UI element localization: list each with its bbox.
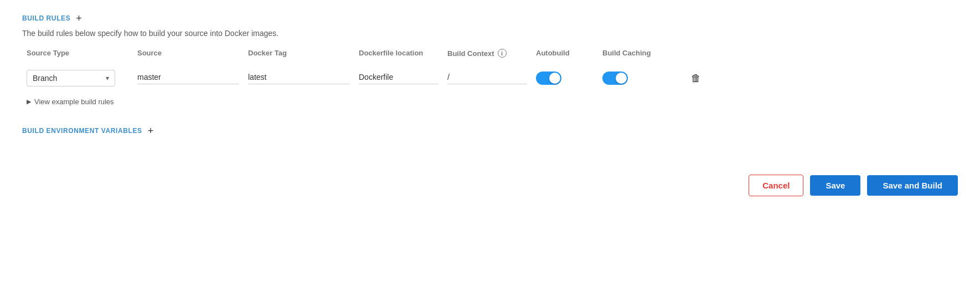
cell-docker-tag: latest <box>244 73 354 84</box>
dockerfile-location-input[interactable]: Dockerfile <box>359 73 439 84</box>
cell-build-caching <box>598 72 687 85</box>
col-header-build-caching: Build Caching <box>598 49 687 58</box>
delete-row-button[interactable]: 🗑 <box>691 73 701 84</box>
add-build-rule-button[interactable]: + <box>76 13 82 23</box>
col-header-actions <box>687 49 720 58</box>
build-context-input[interactable]: / <box>447 73 527 84</box>
footer-buttons: Cancel Save Save and Build <box>22 158 958 207</box>
env-vars-section-header: BUILD ENVIRONMENT VARIABLES + <box>22 126 958 136</box>
view-example-container: ▶ View example build rules <box>27 98 958 106</box>
source-type-value: Branch <box>33 74 57 83</box>
chevron-right-icon: ▶ <box>27 98 31 105</box>
build-context-info-icon[interactable]: i <box>498 49 507 58</box>
cell-dockerfile-location: Dockerfile <box>354 73 443 84</box>
docker-tag-input[interactable]: latest <box>248 73 350 84</box>
table-row: Branch ▾ master latest Dockerfile / <box>22 63 958 93</box>
build-rules-description: The build rules below specify how to bui… <box>22 29 958 38</box>
build-caching-toggle[interactable] <box>602 72 628 85</box>
col-header-dockerfile-location: Dockerfile location <box>354 49 443 58</box>
table-header-row: Source Type Source Docker Tag Dockerfile… <box>22 49 958 63</box>
cell-build-context: / <box>443 73 532 84</box>
cancel-button[interactable]: Cancel <box>749 175 803 196</box>
save-and-build-button[interactable]: Save and Build <box>867 175 958 196</box>
build-env-vars-section: BUILD ENVIRONMENT VARIABLES + <box>22 126 958 136</box>
col-header-build-context: Build Context i <box>443 49 532 58</box>
cell-autobuild <box>532 72 598 85</box>
add-env-var-button[interactable]: + <box>148 126 154 136</box>
page-container: BUILD RULES + The build rules below spec… <box>0 0 980 221</box>
col-header-source: Source <box>133 49 244 58</box>
cell-delete: 🗑 <box>687 73 720 84</box>
build-rules-title: BUILD RULES <box>22 14 70 22</box>
build-rules-section-header: BUILD RULES + <box>22 13 958 23</box>
env-vars-title: BUILD ENVIRONMENT VARIABLES <box>22 127 142 135</box>
view-example-link[interactable]: View example build rules <box>34 98 114 106</box>
chevron-down-icon: ▾ <box>106 74 109 82</box>
cell-source: master <box>133 73 244 84</box>
save-button[interactable]: Save <box>810 175 860 196</box>
source-type-select[interactable]: Branch ▾ <box>27 70 115 86</box>
build-caching-toggle-knob <box>616 73 627 84</box>
col-header-docker-tag: Docker Tag <box>244 49 354 58</box>
source-input[interactable]: master <box>137 73 239 84</box>
autobuild-toggle-knob <box>549 73 560 84</box>
build-rules-table: Source Type Source Docker Tag Dockerfile… <box>22 49 958 93</box>
col-header-autobuild: Autobuild <box>532 49 598 58</box>
cell-source-type: Branch ▾ <box>22 70 133 86</box>
col-header-source-type: Source Type <box>22 49 133 58</box>
autobuild-toggle[interactable] <box>536 72 561 85</box>
